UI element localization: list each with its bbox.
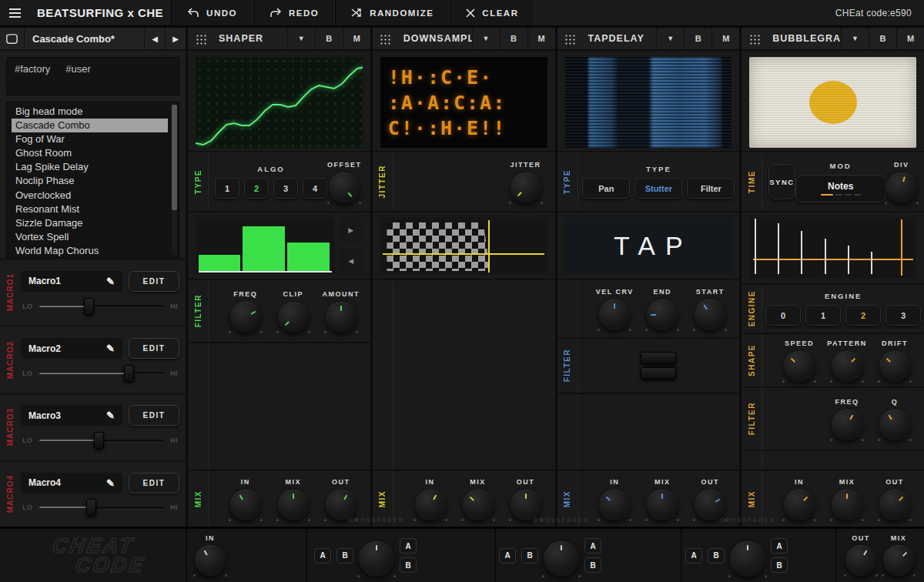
crossfader-3-knob[interactable] — [730, 541, 765, 577]
shaper-bypass-button[interactable]: B — [315, 28, 343, 49]
randomize-button[interactable]: RANDOMIZE — [335, 0, 450, 25]
mod-source-dropdown[interactable]: Notes — [795, 175, 886, 202]
macro-3-slider[interactable] — [39, 432, 165, 449]
shaper-step-canvas[interactable] — [196, 217, 335, 274]
preset-item[interactable]: Sizzle Damage — [12, 216, 168, 230]
preset-scrollbar[interactable] — [172, 105, 177, 255]
preset-item[interactable]: Vortex Spell — [12, 230, 168, 244]
bubblegrains-bypass-button[interactable]: B — [869, 28, 896, 49]
macro-4-slider-handle[interactable] — [86, 499, 96, 516]
out-knob[interactable]: OUT — [506, 478, 546, 520]
master-in-knob[interactable]: IN — [189, 534, 231, 576]
in-knob[interactable]: IN — [779, 478, 819, 520]
crossfader-2-a-assign-button[interactable]: A — [584, 538, 601, 554]
save-preset-button[interactable] — [0, 28, 25, 49]
preset-item[interactable]: World Map Chorus — [12, 244, 168, 258]
mix-knob[interactable]: MIX — [642, 478, 682, 520]
crossfader-3-b-button[interactable]: B — [708, 548, 725, 564]
algo-button-3[interactable]: 3 — [273, 178, 298, 199]
master-out-knob[interactable]: OUT — [840, 534, 882, 576]
macro-3-edit-button[interactable]: EDIT — [129, 405, 179, 426]
tapdelay-bypass-button[interactable]: B — [684, 28, 711, 49]
scrollbar-thumb[interactable] — [172, 105, 177, 210]
shaper-collapse-button[interactable]: ▼ — [287, 28, 315, 49]
macro-1-slider-handle[interactable] — [84, 298, 94, 315]
clip-knob[interactable]: CLIP — [273, 290, 313, 333]
crossfader-1-b-assign-button[interactable]: B — [400, 557, 417, 573]
crossfader-2-b-button[interactable]: B — [521, 548, 538, 564]
crossfader-3-b-assign-button[interactable]: B — [771, 557, 788, 573]
edit-pencil-icon[interactable]: ✎ — [106, 343, 115, 354]
drag-handle-icon[interactable] — [188, 28, 213, 49]
filter-slider-2-handle[interactable] — [641, 367, 676, 380]
engine-button-3[interactable]: 3 — [886, 305, 921, 326]
downsampler-checker-canvas[interactable] — [380, 217, 547, 274]
out-knob[interactable]: OUT — [690, 478, 730, 520]
edit-pencil-icon[interactable]: ✎ — [106, 410, 115, 421]
drag-handle-icon[interactable] — [373, 28, 397, 49]
macro-4-slider[interactable] — [39, 499, 165, 516]
amount-knob[interactable]: AMOUNT — [321, 290, 361, 333]
edit-pencil-icon[interactable]: ✎ — [106, 276, 115, 287]
preset-item[interactable]: Lag Spike Delay — [12, 160, 168, 174]
mix-knob[interactable]: MIX — [458, 478, 498, 520]
in-knob[interactable]: IN — [410, 478, 450, 520]
next-preset-button[interactable]: ▶ — [165, 28, 186, 49]
edit-pencil-icon[interactable]: ✎ — [106, 477, 115, 489]
preset-item[interactable]: Resonant Mist — [12, 202, 168, 216]
preset-list[interactable]: Big head modeCascade ComboFog of WarGhos… — [6, 102, 179, 258]
drag-handle-icon[interactable] — [557, 28, 582, 49]
undo-button[interactable]: UNDO — [171, 0, 253, 25]
crossfader-1-b-button[interactable]: B — [336, 548, 353, 564]
shaper-step-bar[interactable] — [287, 242, 329, 271]
crossfader-2-a-button[interactable]: A — [499, 548, 516, 564]
macro-4-edit-button[interactable]: EDIT — [129, 473, 179, 493]
bubblegrains-collapse-button[interactable]: ▼ — [841, 28, 869, 49]
bubblegrains-mute-button[interactable]: M — [896, 28, 924, 49]
macro-1-name-field[interactable]: Macro1✎ — [21, 271, 122, 292]
crossfader-1-knob[interactable] — [359, 541, 394, 577]
redo-button[interactable]: REDO — [253, 0, 335, 25]
start-knob[interactable]: START — [690, 288, 730, 330]
q-knob[interactable]: Q — [875, 398, 915, 440]
filter-slider-1-handle[interactable] — [641, 352, 676, 364]
preset-item[interactable]: Cascade Combo — [12, 119, 168, 132]
master-mix-knob[interactable]: MIX — [878, 534, 919, 576]
tag-user[interactable]: #user — [65, 63, 91, 75]
macro-2-slider[interactable] — [39, 365, 165, 382]
type-button-pan[interactable]: Pan — [582, 178, 630, 199]
div-knob[interactable]: DIV — [886, 161, 917, 203]
mix-knob[interactable]: MIX — [827, 478, 867, 520]
in-knob[interactable]: IN — [226, 478, 266, 520]
clear-button[interactable]: CLEAR — [450, 0, 534, 25]
tapdelay-mute-button[interactable]: M — [711, 28, 739, 49]
speed-knob[interactable]: SPEED — [779, 340, 819, 382]
crossfader-3-a-assign-button[interactable]: A — [771, 538, 788, 554]
menu-button[interactable] — [0, 0, 29, 25]
preset-item[interactable]: Ghost Room — [12, 146, 168, 160]
engine-button-0[interactable]: 0 — [765, 305, 801, 326]
downsampler-collapse-button[interactable]: ▼ — [472, 28, 500, 49]
macro-1-slider[interactable] — [39, 298, 165, 315]
macro-3-name-field[interactable]: Macro3✎ — [21, 405, 122, 426]
engine-button-2[interactable]: 2 — [845, 305, 881, 326]
preset-item[interactable]: Fog of War — [12, 132, 168, 146]
downsampler-bypass-button[interactable]: B — [500, 28, 527, 49]
shaper-mute-button[interactable]: M — [343, 28, 370, 49]
freq-knob[interactable]: FREQ — [226, 290, 266, 333]
bubble-lines-canvas[interactable] — [749, 217, 916, 279]
drag-handle-icon[interactable] — [742, 28, 766, 49]
step-shift-right-button[interactable]: ▶ — [340, 217, 363, 243]
macro-1-edit-button[interactable]: EDIT — [129, 271, 179, 292]
freq-knob[interactable]: FREQ — [827, 398, 867, 440]
vel-crv-knob[interactable]: VEL CRV — [594, 288, 634, 330]
macro-4-name-field[interactable]: Macro4✎ — [21, 473, 122, 493]
out-knob[interactable]: OUT — [321, 478, 361, 520]
crossfader-3-a-button[interactable]: A — [685, 548, 702, 564]
macro-2-slider-handle[interactable] — [124, 365, 134, 382]
pattern-knob[interactable]: PATTERN — [827, 340, 867, 382]
crossfader-1-a-button[interactable]: A — [314, 548, 331, 564]
tag-factory[interactable]: #factory — [15, 63, 50, 75]
shaper-step-bar[interactable] — [199, 255, 240, 271]
crossfader-1-a-assign-button[interactable]: A — [400, 538, 417, 554]
